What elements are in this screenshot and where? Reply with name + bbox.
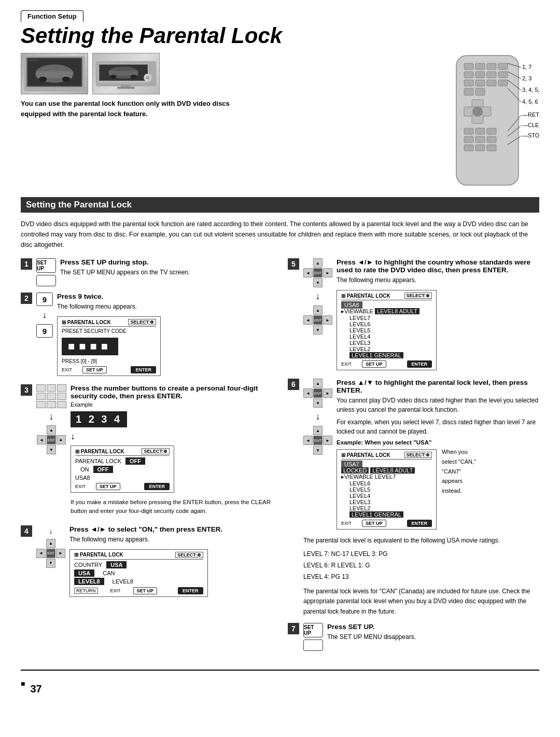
svg-text:2, 3: 2, 3 bbox=[522, 75, 531, 81]
step-3-number: 3 bbox=[21, 384, 32, 396]
enter-btn[interactable]: ENTER bbox=[131, 366, 156, 373]
step-2-number: 2 bbox=[21, 293, 32, 304]
parental-lock-val: OFF bbox=[125, 457, 145, 465]
step-5-title: Press ◄/► to highlight the country whose… bbox=[337, 258, 539, 274]
setup-small-btn-6[interactable]: SET UP bbox=[362, 520, 386, 527]
step-3-example-label: Example bbox=[71, 401, 272, 408]
step-2-desc: The following menu appears. bbox=[57, 302, 272, 311]
svg-rect-22 bbox=[487, 63, 496, 69]
step-3-title: Press the number buttons to create a per… bbox=[71, 384, 272, 400]
step-4-title: Press ◄/► to select "ON," then press ENT… bbox=[69, 525, 272, 533]
preset-security-label: PRESET SECURITY CODE bbox=[62, 328, 156, 334]
step-6-icons: ▲ ◄ ENT ► ▼ ↓ ▲ bbox=[303, 379, 332, 455]
svg-point-6 bbox=[62, 77, 71, 82]
svg-text:—STOP: —STOP bbox=[522, 132, 539, 138]
svg-rect-32 bbox=[464, 88, 473, 95]
num-buttons-grid bbox=[36, 384, 66, 408]
enter-btn-4[interactable]: ENTER bbox=[178, 587, 203, 594]
remote-diagram: 1, 7 2, 3 3, 4, 5, 6 4, 5, 6 —RETURN —CL… bbox=[436, 53, 539, 189]
step-6-desc2: For example, when you select level 7, di… bbox=[337, 418, 539, 436]
setup-small-btn-4[interactable]: SET UP bbox=[133, 587, 158, 594]
setup-small-btn-3[interactable]: SET UP bbox=[96, 483, 120, 490]
step-5-number: 5 bbox=[288, 258, 299, 270]
svg-rect-41 bbox=[487, 128, 496, 134]
svg-rect-7 bbox=[29, 60, 39, 61]
step-2: 2 9 ↓ 9 Press 9 twice. The following men… bbox=[21, 293, 272, 378]
step-3-content: ↓ ▲ ◄ ENT ► ▼ bbox=[36, 384, 272, 519]
svg-text:—RETURN: —RETURN bbox=[522, 112, 539, 118]
step-1-content: SET UP Press SET UP during stop. The SET… bbox=[36, 258, 272, 286]
pin-display: ■■■■ bbox=[62, 338, 118, 355]
svg-rect-21 bbox=[475, 63, 485, 69]
svg-rect-24 bbox=[464, 72, 473, 78]
tv-image bbox=[21, 53, 88, 94]
setup-btn-shape bbox=[36, 275, 56, 286]
step-2-content: 9 ↓ 9 Press 9 twice. The following menu … bbox=[36, 293, 272, 378]
svg-rect-28 bbox=[464, 80, 473, 86]
svg-rect-40 bbox=[475, 128, 485, 134]
step-4-number: 4 bbox=[21, 525, 32, 537]
svg-rect-20 bbox=[464, 63, 473, 69]
bottom-note-1: The parental lock level is equivalent to… bbox=[303, 536, 539, 546]
step-6-menu: ⊞ PARENTAL LOCK SELECT:⊕ USA7 LOCKED LEV… bbox=[337, 449, 437, 530]
step-3: 3 bbox=[21, 384, 272, 519]
svg-point-18 bbox=[146, 76, 149, 79]
arrow-step3: ↓ bbox=[49, 411, 54, 422]
svg-rect-43 bbox=[475, 136, 485, 143]
nine-button-icon: 9 bbox=[36, 293, 53, 306]
step-6-desc1: You cannot play DVD video discs rated hi… bbox=[337, 396, 539, 414]
setup-button-icon-7: SET UP bbox=[303, 623, 323, 637]
step-2-icons: 9 ↓ 9 bbox=[36, 293, 53, 338]
page-title: Setting the Parental Lock bbox=[21, 24, 539, 48]
svg-rect-27 bbox=[498, 72, 508, 78]
step-7-content: SET UP Press SET UP. The SET UP MENU dis… bbox=[303, 623, 539, 651]
setup-small-btn[interactable]: SET UP bbox=[82, 366, 107, 373]
bottom-note-2: The parental lock levels for "CAN" (Cana… bbox=[303, 587, 539, 617]
svg-rect-47 bbox=[487, 145, 496, 151]
step-2-menu: ⊞ PARENTAL LOCK SELECT:⊕ PRESET SECURITY… bbox=[57, 316, 161, 376]
step-6: 6 ▲ ◄ ENT ► ▼ bbox=[288, 379, 539, 617]
step-5-menu: ⊞ PARENTAL LOCK SELECT:⊕ USA8 ▸VIEWABLE … bbox=[337, 290, 437, 370]
enter-btn-3[interactable]: ENTER bbox=[144, 483, 170, 490]
step-2-menu-title: ⊞ PARENTAL LOCK SELECT:⊕ bbox=[62, 319, 156, 327]
step-5-content: ▲ ◄ ENT ► ▼ ↓ ▲ bbox=[303, 258, 539, 372]
dvd-image bbox=[92, 53, 160, 94]
press-codes: PRESS [0] - [9] bbox=[62, 358, 156, 364]
svg-point-38 bbox=[472, 106, 483, 117]
step-5-desc: The following menu appears. bbox=[337, 275, 539, 285]
step-6-content: ▲ ◄ ENT ► ▼ ↓ ▲ bbox=[303, 379, 539, 617]
step-7-title: Press SET UP. bbox=[327, 623, 416, 631]
exit-enter-row: EXIT SET UP ENTER bbox=[62, 366, 156, 373]
setup-btn-shape-7 bbox=[303, 639, 323, 651]
dpad-step4: ▲ ◄ ENT ► ▼ bbox=[36, 539, 65, 568]
step-7-icons: SET UP bbox=[303, 623, 323, 651]
step-3-icons: ↓ ▲ ◄ ENT ► ▼ bbox=[36, 384, 66, 454]
svg-rect-30 bbox=[487, 80, 496, 86]
svg-point-14 bbox=[131, 75, 137, 79]
svg-text:—CLEAR: —CLEAR bbox=[522, 122, 539, 128]
step-3-note: If you make a mistake before pressing th… bbox=[71, 498, 272, 516]
svg-rect-16 bbox=[117, 87, 134, 89]
svg-text:1, 7: 1, 7 bbox=[522, 64, 531, 70]
enter-btn-5[interactable]: ENTER bbox=[407, 360, 432, 368]
svg-point-13 bbox=[110, 75, 117, 79]
svg-rect-42 bbox=[464, 136, 473, 143]
svg-rect-44 bbox=[487, 136, 496, 143]
step-1: 1 SET UP Press SET UP during stop. The S… bbox=[21, 258, 272, 286]
step-1-number: 1 bbox=[21, 258, 32, 270]
dpad-step3: ▲ ◄ ENT ► ▼ bbox=[37, 425, 66, 454]
svg-rect-39 bbox=[464, 128, 473, 134]
step-1-title: Press SET UP during stop. bbox=[60, 258, 190, 266]
step-1-desc: The SET UP MENU appears on the TV screen… bbox=[60, 268, 190, 277]
header-description: You can use the parental lock function o… bbox=[21, 99, 259, 119]
step-4: 4 ↓ ▲ ◄ ENT ► ▼ bbox=[21, 525, 272, 599]
svg-rect-31 bbox=[498, 80, 508, 86]
step-4-content: ↓ ▲ ◄ ENT ► ▼ bbox=[36, 525, 272, 599]
num-display: 1 2 3 4 bbox=[71, 411, 127, 427]
setup-small-btn-5[interactable]: SET UP bbox=[362, 360, 386, 368]
step-4-desc: The following menu appears. bbox=[69, 535, 272, 544]
step-5-icons: ▲ ◄ ENT ► ▼ ↓ ▲ bbox=[303, 258, 332, 335]
enter-btn-6[interactable]: ENTER bbox=[407, 520, 432, 527]
setup-button-icon: SET UP bbox=[36, 258, 56, 273]
page-number: 37 bbox=[30, 683, 41, 695]
